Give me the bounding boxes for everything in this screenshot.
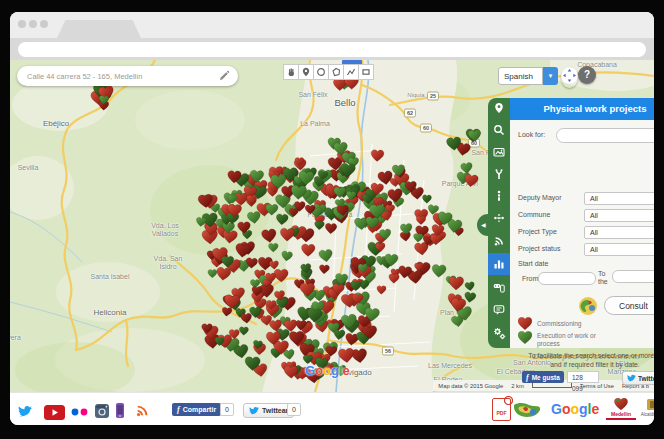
project-marker-green[interactable] [333,329,345,340]
legend-green-heart-icon [518,331,532,344]
google-maps-logo[interactable]: Google [305,363,350,378]
project-marker-red[interactable] [338,348,355,363]
project-marker-green[interactable] [319,249,334,263]
map[interactable]: San FélixBelloNiquíaCopacabanaLa PalmaEb… [10,60,654,392]
project-status-select[interactable]: All [584,243,654,256]
look-for-input[interactable] [556,128,654,143]
google-logo-letter: G [551,401,562,417]
project-marker-green[interactable] [208,270,217,278]
consult-button[interactable]: Consult [604,296,654,315]
google-logo[interactable]: Google [551,401,599,417]
window-control-dot[interactable] [40,20,48,28]
sidebar-icon-feeds[interactable] [488,230,510,252]
project-marker-green[interactable] [281,251,293,262]
window-control-dot[interactable] [18,20,26,28]
project-marker-red[interactable] [216,267,231,281]
instagram-icon[interactable] [95,404,109,418]
project-marker-red[interactable] [377,286,387,295]
project-marker-green[interactable] [432,264,447,277]
address-search-box[interactable]: Calle 44 carrera 52 - 165, Medellín [17,66,238,86]
project-marker-red[interactable] [301,244,315,257]
project-marker-red[interactable] [449,276,464,290]
sidebar-icon-settings[interactable] [488,322,510,344]
project-marker-red[interactable] [325,223,337,234]
language-dropdown-button[interactable]: ▼ [543,67,558,85]
facebook-like-button[interactable]: f Me gusta [522,371,564,383]
sidebar-icon-statistics[interactable] [488,253,510,275]
project-marker-green[interactable] [276,214,289,226]
sidebar-icon-comments[interactable] [488,299,510,321]
facebook-share-button[interactable]: f Compartir [172,403,221,416]
pan-control[interactable] [561,67,578,88]
sidebar-icon-mobile-apps[interactable] [488,276,510,298]
project-marker-red[interactable] [464,174,479,188]
language-selector[interactable]: Spanish ▼ [498,67,558,85]
window-control-dot[interactable] [29,20,37,28]
commune-select[interactable]: All [584,209,654,222]
url-bar[interactable] [18,42,646,57]
sidebar-icon-road-sections[interactable] [488,207,510,229]
site-footer: f Compartir 0 Twittear 0 PDF Google Mede… [10,392,654,425]
project-marker-green[interactable] [468,129,482,142]
rectangle-tool-icon[interactable] [359,64,374,80]
to-date-input[interactable] [612,270,654,283]
polyline-tool-icon[interactable] [344,64,359,80]
sidebar-icon-photo-gallery[interactable] [488,141,510,163]
circle-tool-icon[interactable] [314,64,329,80]
project-marker-green[interactable] [239,327,249,336]
google-logo-letter: o [570,401,579,417]
help-line-2: and if required filter it by date. [510,360,654,369]
sidebar-icon-route-info[interactable] [488,185,510,207]
project-marker-red[interactable] [241,313,253,324]
project-marker-red[interactable] [235,243,251,258]
deputy-mayor-label: Deputy Mayor [518,194,562,201]
project-marker-green[interactable] [422,195,431,203]
address-search-input[interactable]: Calle 44 carrera 52 - 165, Medellín [17,72,218,81]
project-type-label: Project Type [518,228,557,235]
project-status-label: Project status [518,245,560,252]
language-value[interactable]: Spanish [498,67,543,85]
mobile-phone-icon[interactable] [116,403,124,418]
polygon-tool-icon[interactable] [329,64,344,80]
sidebar-icon-search[interactable] [488,119,510,141]
project-marker-red[interactable] [319,264,330,274]
flickr-icon[interactable] [71,408,88,416]
browser-tab[interactable] [57,20,141,38]
project-marker-red[interactable] [269,261,279,270]
sidebar-icon-location-markers[interactable] [488,97,510,119]
project-marker-red[interactable] [389,274,400,284]
project-marker-red[interactable] [416,216,426,225]
twitter-bird-icon [627,374,636,382]
tweet-button[interactable]: Twittea [622,371,654,385]
project-marker-red[interactable] [261,229,277,244]
edit-pencil-icon[interactable] [218,70,230,82]
terms-link[interactable]: Terms of Use [580,383,614,389]
sidebar-icon-route-fork[interactable] [488,163,510,185]
project-type-select[interactable]: All [584,226,654,239]
project-marker-red[interactable] [371,150,384,162]
project-marker-red[interactable] [280,228,295,241]
pdf-download-icon[interactable]: PDF [492,398,511,421]
twitter-bird-icon [249,406,259,415]
twitter-icon[interactable] [18,405,32,417]
project-marker-green[interactable] [314,221,324,230]
help-button[interactable]: ? [578,66,596,84]
scale-bar [532,383,572,388]
from-date-input[interactable] [538,272,596,285]
google-logo-letter: o [315,363,323,378]
marker-tool-icon[interactable] [299,64,314,80]
share-count: 0 [220,403,234,416]
medellin-logo-text: Medellín [606,412,636,418]
look-for-label: Look for: [518,131,545,138]
rss-icon[interactable] [136,404,149,417]
deputy-mayor-select[interactable]: All [584,192,654,205]
project-marker-red[interactable] [222,307,233,317]
drawing-toolbar [283,64,374,80]
project-marker-green[interactable] [413,233,423,242]
youtube-icon[interactable] [44,405,65,420]
project-marker-green[interactable] [268,243,278,252]
project-marker-green[interactable] [465,281,476,291]
tweet-count: 0 [287,403,301,416]
pan-hand-icon[interactable] [283,64,299,80]
from-label: From [522,275,538,282]
